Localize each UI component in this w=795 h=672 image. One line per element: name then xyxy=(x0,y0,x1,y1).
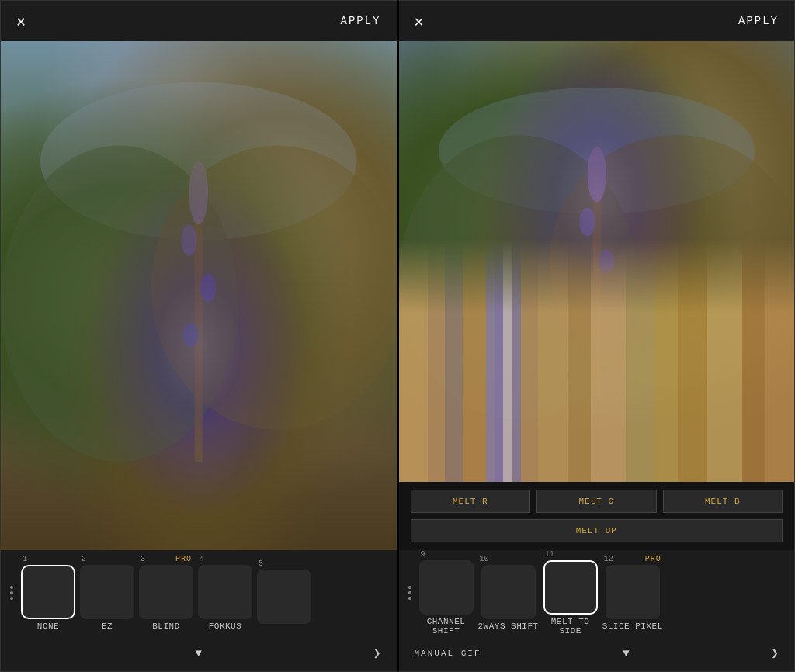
right-apply-button[interactable]: APPLY xyxy=(738,15,779,27)
svg-point-5 xyxy=(181,224,196,256)
right-filter-strip: 9 CHANNELSHIFT 10 2WAYS SHIFT 11 MELT TO… xyxy=(399,550,795,636)
melt-r-button[interactable]: MELT R xyxy=(411,490,531,513)
right-bottom-nav: MANUAL GIF ▼ ❯ xyxy=(399,636,795,671)
left-bottom-nav: ▼ ❯ xyxy=(1,636,397,671)
left-down-arrow[interactable]: ▼ xyxy=(196,647,202,660)
filter-number-4: 4 xyxy=(200,555,204,563)
filter-item-blind[interactable]: 3 PRO BLIND xyxy=(139,555,193,631)
left-flower-image xyxy=(1,41,397,550)
right-panel: ✕ APPLY xyxy=(398,0,796,672)
filter-box-none[interactable] xyxy=(21,565,75,619)
svg-point-13 xyxy=(579,208,595,237)
melt-rgb-row: MELT R MELT G MELT B xyxy=(411,490,783,513)
filter-item-ez[interactable]: 2 EZ xyxy=(80,555,134,631)
filter-number-11: 11 xyxy=(545,550,554,559)
filter-item-2ways[interactable]: 10 2WAYS SHIFT xyxy=(478,555,539,631)
filter-number-9: 9 xyxy=(421,550,425,559)
left-filter-strip: 1 NONE 2 EZ 3 PRO BLIND 4 FOKKUS xyxy=(1,550,397,636)
filter-number-12: 12 xyxy=(604,555,613,563)
left-apply-button[interactable]: APPLY xyxy=(340,15,380,27)
left-image-area xyxy=(1,41,397,550)
left-image-svg xyxy=(1,41,397,550)
filter-box-channel-shift[interactable] xyxy=(419,560,474,615)
svg-rect-3 xyxy=(195,185,203,462)
svg-point-6 xyxy=(200,273,216,302)
right-dots-menu[interactable] xyxy=(405,586,415,600)
filter-number-3: 3 xyxy=(141,555,145,563)
melt-controls-panel: MELT R MELT G MELT B MELT UP xyxy=(399,482,795,550)
right-right-arrow[interactable]: ❯ xyxy=(771,646,779,661)
filter-label-blind: BLIND xyxy=(152,622,180,631)
filter-number-10: 10 xyxy=(480,555,489,563)
filter-box-ez[interactable] xyxy=(80,565,134,619)
left-header: ✕ APPLY xyxy=(1,1,397,41)
svg-point-2 xyxy=(151,145,397,430)
filter-pro-badge-3: PRO xyxy=(175,555,192,565)
filter-box-2ways[interactable] xyxy=(481,565,536,619)
svg-point-12 xyxy=(587,147,606,202)
filter-box-blind[interactable] xyxy=(139,565,193,619)
filter-pro-badge-12: PRO xyxy=(645,555,661,565)
left-panel: ✕ APPLY xyxy=(0,0,398,672)
left-dots-menu[interactable] xyxy=(7,586,16,600)
filter-label-melt-to-side: MELT TOSIDE xyxy=(551,617,590,636)
filter-label-slice-pixel: SLICE PIXEL xyxy=(602,622,663,631)
filter-item-channel-shift[interactable]: 9 CHANNELSHIFT xyxy=(419,550,474,636)
filter-label-ez: EZ xyxy=(102,622,113,631)
filter-item-melt-to-side[interactable]: 11 MELT TOSIDE xyxy=(543,550,598,636)
filter-label-channel-shift: CHANNELSHIFT xyxy=(427,617,466,636)
filter-label-fokkus: FOKKUS xyxy=(209,622,242,631)
left-close-button[interactable]: ✕ xyxy=(16,12,26,31)
svg-point-4 xyxy=(189,161,208,225)
svg-point-7 xyxy=(182,324,198,348)
filter-number-1: 1 xyxy=(23,555,27,563)
left-right-arrow[interactable]: ❯ xyxy=(373,646,381,661)
filter-item-slice-pixel[interactable]: 12 PRO SLICE PIXEL xyxy=(602,555,663,631)
manual-gif-label: MANUAL GIF xyxy=(415,649,481,658)
filter-box-melt-to-side[interactable] xyxy=(543,560,598,615)
filter-item-5[interactable]: 5 xyxy=(257,559,311,626)
filter-label-2ways: 2WAYS SHIFT xyxy=(478,622,539,631)
right-flower-image xyxy=(399,41,795,482)
right-close-button[interactable]: ✕ xyxy=(415,12,424,31)
filter-number-2: 2 xyxy=(82,555,86,563)
filter-number-5: 5 xyxy=(259,559,263,568)
right-down-arrow[interactable]: ▼ xyxy=(623,647,629,660)
filter-box-slice-pixel[interactable] xyxy=(606,565,660,619)
melt-b-button[interactable]: MELT B xyxy=(663,490,783,513)
melt-stripes xyxy=(399,240,795,482)
filter-label-none: NONE xyxy=(37,622,59,631)
melt-up-button[interactable]: MELT UP xyxy=(411,519,783,542)
filter-item-fokkus[interactable]: 4 FOKKUS xyxy=(198,555,252,631)
filter-item-none[interactable]: 1 NONE xyxy=(21,555,75,631)
right-image-area xyxy=(399,41,795,482)
melt-g-button[interactable]: MELT G xyxy=(536,490,657,513)
filter-box-5[interactable] xyxy=(257,570,311,624)
right-header: ✕ APPLY xyxy=(399,1,795,41)
filter-box-fokkus[interactable] xyxy=(198,565,252,619)
